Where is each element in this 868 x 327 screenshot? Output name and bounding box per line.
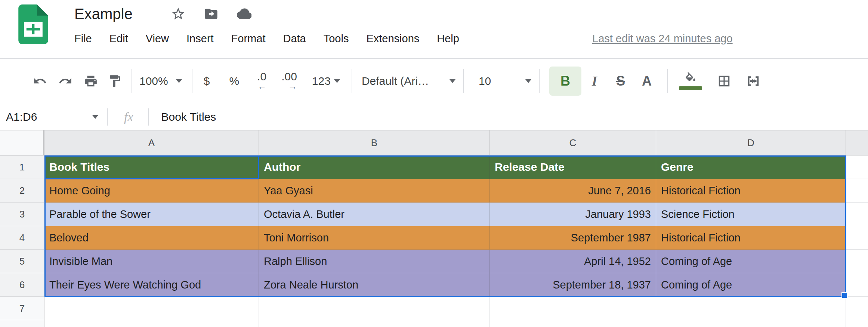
cell-D7[interactable] [656, 297, 846, 320]
paint-format-icon [108, 74, 122, 88]
cell-B6[interactable]: Zora Neale Hurston [259, 273, 490, 297]
strikethrough-button[interactable]: S [608, 73, 634, 89]
menu-tools[interactable]: Tools [324, 33, 349, 45]
cell-A1[interactable]: Book Titles [44, 155, 259, 179]
cell-D2[interactable]: Historical Fiction [656, 179, 846, 203]
column-header-A[interactable]: A [44, 130, 259, 155]
undo-icon [33, 74, 47, 88]
cell-C6[interactable]: September 18, 1937 [490, 273, 656, 297]
row-header-8-partial[interactable] [0, 320, 44, 327]
decrease-decimal-button[interactable]: .0 ← [257, 71, 266, 90]
cell-B7[interactable] [259, 297, 490, 320]
row-header-7[interactable]: 7 [0, 297, 44, 320]
name-box-value: A1:D6 [6, 111, 37, 123]
cell-C3[interactable]: January 1993 [490, 203, 656, 226]
chevron-down-icon [176, 79, 182, 83]
paint-format-button[interactable] [108, 74, 122, 88]
fill-color-icon [684, 72, 697, 85]
cell-A8-partial[interactable] [44, 320, 259, 327]
row-header-5[interactable]: 5 [0, 250, 44, 273]
chevron-down-icon [525, 79, 532, 83]
cloud-status-icon[interactable] [237, 6, 251, 21]
cell-E5[interactable] [846, 250, 868, 273]
column-header-C[interactable]: C [490, 130, 656, 155]
menu-file[interactable]: File [74, 33, 92, 45]
cell-A2[interactable]: Home Going [44, 179, 259, 203]
fill-color-button[interactable] [679, 72, 702, 90]
cell-D1[interactable]: Genre [656, 155, 846, 179]
number-format-button[interactable]: 123 [312, 75, 340, 87]
cell-E2[interactable] [846, 179, 868, 203]
cell-C8-partial[interactable] [490, 320, 656, 327]
text-color-button[interactable]: A [634, 73, 660, 89]
row-header-2[interactable]: 2 [0, 179, 44, 203]
bold-button[interactable]: B [549, 67, 581, 96]
cell-E4[interactable] [846, 226, 868, 250]
move-to-folder-icon[interactable] [204, 6, 219, 21]
font-size-picker[interactable]: 10 [479, 75, 532, 87]
toolbar: 100% $ % .0 ← .00 → 123 Default (Ari… 10… [0, 59, 868, 103]
cell-A7[interactable] [44, 297, 259, 320]
column-header-B[interactable]: B [259, 130, 490, 155]
row-header-4[interactable]: 4 [0, 226, 44, 250]
select-all-corner[interactable] [0, 130, 44, 155]
sheets-logo-icon[interactable] [18, 4, 49, 44]
cell-A5[interactable]: Invisible Man [44, 250, 259, 273]
star-icon[interactable] [171, 6, 186, 21]
increase-decimal-button[interactable]: .00 → [281, 71, 297, 90]
cell-D3[interactable]: Science Fiction [656, 203, 846, 226]
cell-C4[interactable]: September 1987 [490, 226, 656, 250]
cell-E3[interactable] [846, 203, 868, 226]
chevron-down-icon [449, 79, 456, 83]
cell-C7[interactable] [490, 297, 656, 320]
table-row: 1 Book Titles Author Release Date Genre [0, 155, 868, 179]
menu-insert[interactable]: Insert [186, 33, 214, 45]
cell-C2[interactable]: June 7, 2016 [490, 179, 656, 203]
cell-E8-partial[interactable] [846, 320, 868, 327]
row-header-1[interactable]: 1 [0, 155, 44, 179]
cell-B2[interactable]: Yaa Gyasi [259, 179, 490, 203]
zoom-control[interactable]: 100% [139, 75, 182, 87]
currency-format-button[interactable]: $ [204, 75, 210, 87]
formula-input[interactable]: Book Titles [161, 111, 216, 123]
cell-B3[interactable]: Octavia A. Butler [259, 203, 490, 226]
menu-help[interactable]: Help [437, 33, 459, 45]
cell-E1[interactable] [846, 155, 868, 179]
column-header-E-partial[interactable] [846, 130, 868, 155]
cell-C1[interactable]: Release Date [490, 155, 656, 179]
cell-D6[interactable]: Coming of Age [656, 273, 846, 297]
cell-A6[interactable]: Their Eyes Were Watching God [44, 273, 259, 297]
cell-C5[interactable]: April 14, 1952 [490, 250, 656, 273]
cell-D4[interactable]: Historical Fiction [656, 226, 846, 250]
cell-D5[interactable]: Coming of Age [656, 250, 846, 273]
redo-button[interactable] [58, 74, 72, 88]
cell-A3[interactable]: Parable of the Sower [44, 203, 259, 226]
undo-button[interactable] [33, 74, 47, 88]
cell-E7[interactable] [846, 297, 868, 320]
cell-E6[interactable] [846, 273, 868, 297]
menu-view[interactable]: View [146, 33, 169, 45]
percent-format-button[interactable]: % [229, 75, 239, 87]
borders-button[interactable] [717, 74, 731, 88]
menu-format[interactable]: Format [231, 33, 266, 45]
column-header-D[interactable]: D [656, 130, 846, 155]
cell-B5[interactable]: Ralph Ellison [259, 250, 490, 273]
cell-A4[interactable]: Beloved [44, 226, 259, 250]
table-row: 2 Home Going Yaa Gyasi June 7, 2016 Hist… [0, 179, 868, 203]
merge-cells-button[interactable] [746, 74, 760, 88]
row-header-3[interactable]: 3 [0, 203, 44, 226]
cell-B8-partial[interactable] [259, 320, 490, 327]
row-header-6[interactable]: 6 [0, 273, 44, 297]
last-edit-link[interactable]: Last edit was 24 minutes ago [592, 28, 733, 49]
print-button[interactable] [84, 74, 98, 88]
cell-B1[interactable]: Author [259, 155, 490, 179]
menu-data[interactable]: Data [283, 33, 306, 45]
menu-edit[interactable]: Edit [109, 33, 128, 45]
document-title[interactable]: Example [74, 6, 133, 22]
cell-B4[interactable]: Toni Morrison [259, 226, 490, 250]
italic-button[interactable]: I [581, 73, 608, 89]
menu-extensions[interactable]: Extensions [366, 33, 419, 45]
font-picker[interactable]: Default (Ari… [362, 75, 456, 87]
cell-D8-partial[interactable] [656, 320, 846, 327]
name-box[interactable]: A1:D6 [0, 111, 107, 123]
